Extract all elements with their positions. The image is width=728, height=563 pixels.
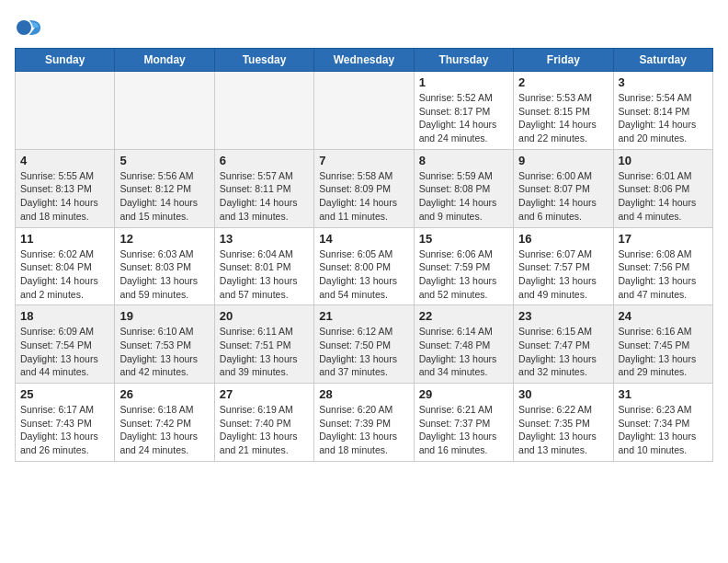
calendar-header-row: SundayMondayTuesdayWednesdayThursdayFrid… (16, 49, 713, 72)
day-number: 3 (619, 75, 708, 89)
calendar-cell: 11Sunrise: 6:02 AMSunset: 8:04 PMDayligh… (16, 227, 115, 305)
day-number: 30 (518, 387, 608, 401)
day-info: Sunrise: 6:05 AMSunset: 8:00 PMDaylight:… (319, 247, 408, 302)
calendar-cell: 24Sunrise: 6:16 AMSunset: 7:45 PMDayligh… (613, 305, 712, 384)
calendar-cell: 5Sunrise: 5:56 AMSunset: 8:12 PMDaylight… (115, 149, 214, 227)
calendar-cell: 28Sunrise: 6:20 AMSunset: 7:39 PMDayligh… (314, 384, 414, 462)
day-number: 19 (119, 309, 209, 323)
calendar-week-1: 1Sunrise: 5:52 AMSunset: 8:17 PMDaylight… (16, 72, 713, 150)
day-info: Sunrise: 6:14 AMSunset: 7:48 PMDaylight:… (419, 325, 508, 379)
day-info: Sunrise: 6:07 AMSunset: 7:57 PMDaylight:… (518, 247, 608, 302)
calendar-cell: 1Sunrise: 5:52 AMSunset: 8:17 PMDaylight… (414, 72, 513, 150)
day-header-friday: Friday (514, 49, 613, 72)
calendar-cell: 6Sunrise: 5:57 AMSunset: 8:11 PMDaylight… (214, 149, 313, 227)
calendar-cell: 4Sunrise: 5:55 AMSunset: 8:13 PMDaylight… (16, 149, 115, 227)
day-info: Sunrise: 6:19 AMSunset: 7:40 PMDaylight:… (220, 403, 309, 457)
day-number: 11 (20, 232, 109, 246)
day-info: Sunrise: 5:59 AMSunset: 8:08 PMDaylight:… (419, 169, 508, 224)
day-header-tuesday: Tuesday (214, 49, 313, 72)
calendar-cell: 7Sunrise: 5:58 AMSunset: 8:09 PMDaylight… (314, 149, 414, 227)
calendar-week-3: 11Sunrise: 6:02 AMSunset: 8:04 PMDayligh… (16, 227, 713, 305)
calendar-cell: 13Sunrise: 6:04 AMSunset: 8:01 PMDayligh… (214, 227, 313, 305)
day-number: 21 (319, 309, 408, 323)
day-number: 29 (419, 387, 508, 401)
calendar-cell: 19Sunrise: 6:10 AMSunset: 7:53 PMDayligh… (115, 305, 214, 384)
day-info: Sunrise: 6:20 AMSunset: 7:39 PMDaylight:… (319, 403, 408, 457)
calendar-cell: 16Sunrise: 6:07 AMSunset: 7:57 PMDayligh… (514, 227, 613, 305)
calendar-cell: 30Sunrise: 6:22 AMSunset: 7:35 PMDayligh… (514, 384, 613, 462)
day-number: 9 (518, 154, 608, 167)
day-info: Sunrise: 6:08 AMSunset: 7:56 PMDaylight:… (619, 247, 708, 302)
day-number: 31 (619, 387, 708, 401)
day-info: Sunrise: 6:03 AMSunset: 8:03 PMDaylight:… (119, 247, 209, 302)
calendar-cell (115, 72, 214, 150)
day-info: Sunrise: 6:22 AMSunset: 7:35 PMDaylight:… (518, 403, 608, 457)
day-info: Sunrise: 5:52 AMSunset: 8:17 PMDaylight:… (419, 91, 508, 145)
day-info: Sunrise: 6:21 AMSunset: 7:37 PMDaylight:… (419, 403, 508, 457)
svg-point-0 (17, 20, 31, 35)
day-info: Sunrise: 5:58 AMSunset: 8:09 PMDaylight:… (319, 169, 408, 224)
day-info: Sunrise: 6:10 AMSunset: 7:53 PMDaylight:… (119, 325, 209, 379)
calendar-cell: 23Sunrise: 6:15 AMSunset: 7:47 PMDayligh… (514, 305, 613, 384)
day-info: Sunrise: 6:06 AMSunset: 7:59 PMDaylight:… (419, 247, 508, 302)
day-number: 10 (619, 154, 708, 167)
calendar-cell: 22Sunrise: 6:14 AMSunset: 7:48 PMDayligh… (414, 305, 513, 384)
day-info: Sunrise: 6:12 AMSunset: 7:50 PMDaylight:… (319, 325, 408, 379)
day-number: 14 (319, 232, 408, 246)
calendar-cell: 25Sunrise: 6:17 AMSunset: 7:43 PMDayligh… (16, 384, 115, 462)
calendar-cell: 15Sunrise: 6:06 AMSunset: 7:59 PMDayligh… (414, 227, 513, 305)
day-number: 7 (319, 154, 408, 167)
day-number: 17 (619, 232, 708, 246)
day-header-thursday: Thursday (414, 49, 513, 72)
day-info: Sunrise: 5:53 AMSunset: 8:15 PMDaylight:… (518, 91, 608, 145)
calendar-cell: 17Sunrise: 6:08 AMSunset: 7:56 PMDayligh… (613, 227, 712, 305)
day-header-saturday: Saturday (613, 49, 712, 72)
day-info: Sunrise: 6:11 AMSunset: 7:51 PMDaylight:… (220, 325, 309, 379)
day-number: 20 (220, 309, 309, 323)
day-number: 24 (619, 309, 708, 323)
calendar-cell: 26Sunrise: 6:18 AMSunset: 7:42 PMDayligh… (115, 384, 214, 462)
calendar-cell: 14Sunrise: 6:05 AMSunset: 8:00 PMDayligh… (314, 227, 414, 305)
day-number: 27 (220, 387, 309, 401)
day-info: Sunrise: 6:00 AMSunset: 8:07 PMDaylight:… (518, 169, 608, 224)
day-info: Sunrise: 5:55 AMSunset: 8:13 PMDaylight:… (20, 169, 109, 224)
day-info: Sunrise: 5:56 AMSunset: 8:12 PMDaylight:… (119, 169, 209, 224)
calendar-cell (314, 72, 414, 150)
page-header (15, 15, 713, 40)
day-number: 26 (119, 387, 209, 401)
day-number: 28 (319, 387, 408, 401)
day-info: Sunrise: 6:15 AMSunset: 7:47 PMDaylight:… (518, 325, 608, 379)
calendar-table: SundayMondayTuesdayWednesdayThursdayFrid… (15, 48, 713, 462)
calendar-cell: 21Sunrise: 6:12 AMSunset: 7:50 PMDayligh… (314, 305, 414, 384)
day-number: 6 (220, 154, 309, 167)
day-info: Sunrise: 6:16 AMSunset: 7:45 PMDaylight:… (619, 325, 708, 379)
day-number: 13 (220, 232, 309, 246)
day-info: Sunrise: 6:17 AMSunset: 7:43 PMDaylight:… (20, 403, 109, 457)
day-header-sunday: Sunday (16, 49, 115, 72)
calendar-cell: 20Sunrise: 6:11 AMSunset: 7:51 PMDayligh… (214, 305, 313, 384)
day-number: 5 (119, 154, 209, 167)
day-number: 25 (20, 387, 109, 401)
calendar-cell: 9Sunrise: 6:00 AMSunset: 8:07 PMDaylight… (514, 149, 613, 227)
day-info: Sunrise: 5:57 AMSunset: 8:11 PMDaylight:… (220, 169, 309, 224)
day-info: Sunrise: 6:01 AMSunset: 8:06 PMDaylight:… (619, 169, 708, 224)
calendar-cell: 29Sunrise: 6:21 AMSunset: 7:37 PMDayligh… (414, 384, 513, 462)
calendar-cell (16, 72, 115, 150)
day-number: 1 (419, 75, 508, 89)
calendar-cell: 8Sunrise: 5:59 AMSunset: 8:08 PMDaylight… (414, 149, 513, 227)
calendar-week-2: 4Sunrise: 5:55 AMSunset: 8:13 PMDaylight… (16, 149, 713, 227)
day-number: 4 (20, 154, 109, 167)
day-header-monday: Monday (115, 49, 214, 72)
day-info: Sunrise: 6:23 AMSunset: 7:34 PMDaylight:… (619, 403, 708, 457)
calendar-week-4: 18Sunrise: 6:09 AMSunset: 7:54 PMDayligh… (16, 305, 713, 384)
calendar-cell: 2Sunrise: 5:53 AMSunset: 8:15 PMDaylight… (514, 72, 613, 150)
day-number: 12 (119, 232, 209, 246)
day-number: 23 (518, 309, 608, 323)
day-number: 15 (419, 232, 508, 246)
day-info: Sunrise: 6:04 AMSunset: 8:01 PMDaylight:… (220, 247, 309, 302)
day-number: 16 (518, 232, 608, 246)
calendar-cell: 18Sunrise: 6:09 AMSunset: 7:54 PMDayligh… (16, 305, 115, 384)
calendar-week-5: 25Sunrise: 6:17 AMSunset: 7:43 PMDayligh… (16, 384, 713, 462)
day-number: 2 (518, 75, 608, 89)
calendar-cell: 10Sunrise: 6:01 AMSunset: 8:06 PMDayligh… (613, 149, 712, 227)
